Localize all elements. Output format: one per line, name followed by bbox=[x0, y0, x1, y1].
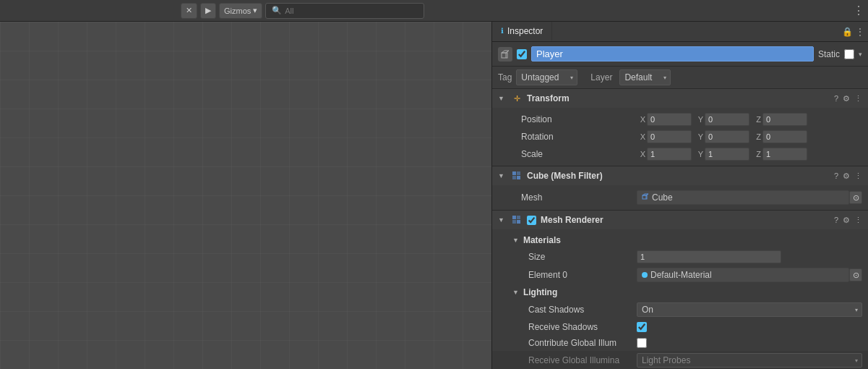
gameobject-name-input[interactable] bbox=[531, 46, 814, 62]
svg-rect-0 bbox=[502, 53, 507, 58]
tab-inspector[interactable]: ℹ Inspector bbox=[492, 22, 552, 41]
scale-label: Scale bbox=[521, 149, 637, 159]
lighting-section-header[interactable]: ▼ Lighting bbox=[492, 284, 868, 300]
mesh-filter-title: Cube (Mesh Filter) bbox=[527, 171, 830, 181]
mesh-filter-settings-icon[interactable]: ⚙ bbox=[843, 171, 850, 181]
svg-rect-15 bbox=[517, 220, 520, 224]
transform-help-icon[interactable]: ? bbox=[834, 94, 838, 103]
transform-collapse-icon: ▼ bbox=[498, 95, 507, 102]
play-button[interactable]: ▶ bbox=[200, 3, 216, 19]
scale-z-group: Z bbox=[752, 148, 807, 161]
receive-shadows-checkbox[interactable] bbox=[637, 322, 647, 332]
scene-more-icon[interactable]: ⋮ bbox=[853, 4, 864, 17]
search-input[interactable] bbox=[285, 7, 418, 15]
layer-dropdown[interactable]: Default bbox=[619, 69, 671, 85]
receive-shadows-label: Receive Shadows bbox=[528, 322, 637, 332]
more-icon[interactable]: ⋮ bbox=[856, 27, 864, 37]
mesh-renderer-collapse-icon: ▼ bbox=[498, 216, 507, 224]
tab-window-buttons: 🔒 ⋮ bbox=[842, 27, 864, 37]
rotation-x-group: X bbox=[637, 130, 692, 143]
cast-shadows-dropdown[interactable]: On Off Two Sided Shadows Only bbox=[637, 302, 862, 317]
gizmos-button[interactable]: Gizmos ▾ bbox=[219, 3, 262, 19]
cube-icon bbox=[500, 49, 510, 59]
mesh-renderer-help-icon[interactable]: ? bbox=[834, 216, 838, 224]
cast-shadows-row: Cast Shadows On Off Two Sided Shadows On… bbox=[492, 300, 868, 319]
mesh-renderer-enabled-checkbox[interactable] bbox=[527, 216, 536, 225]
scale-z-label: Z bbox=[752, 150, 761, 158]
main-area: ℹ Inspector 🔒 ⋮ bbox=[0, 22, 868, 369]
position-values: X Y Z bbox=[637, 113, 862, 126]
scale-z-input[interactable] bbox=[762, 148, 807, 161]
rotation-z-input[interactable] bbox=[762, 130, 807, 143]
rot-z-label: Z bbox=[752, 132, 761, 141]
mesh-filter-help-icon[interactable]: ? bbox=[834, 171, 838, 180]
element-field-row: Element 0 Default-Material ⊙ bbox=[492, 266, 868, 284]
mesh-filter-svg bbox=[512, 171, 522, 181]
lighting-title: Lighting bbox=[523, 287, 557, 297]
mesh-cube-icon bbox=[642, 193, 649, 200]
tag-dropdown[interactable]: Untagged bbox=[516, 69, 577, 85]
transform-actions: ? ⚙ ⋮ bbox=[834, 94, 862, 103]
mesh-label: Mesh bbox=[521, 192, 637, 203]
gameobject-header: Static ▾ bbox=[492, 42, 868, 67]
transform-settings-icon[interactable]: ⚙ bbox=[843, 94, 850, 103]
receive-gi-dropdown[interactable]: Light Probes Lightmaps bbox=[637, 353, 862, 368]
static-dropdown-arrow[interactable]: ▾ bbox=[859, 51, 862, 58]
transform-overflow-icon[interactable]: ⋮ bbox=[854, 94, 862, 103]
mesh-filter-overflow-icon[interactable]: ⋮ bbox=[854, 171, 862, 181]
mesh-value-display: Cube bbox=[637, 190, 849, 205]
cast-shadows-dropdown-wrapper[interactable]: On Off Two Sided Shadows Only ▾ bbox=[637, 302, 862, 317]
mesh-renderer-icon bbox=[511, 214, 523, 226]
rotation-y-group: Y bbox=[695, 130, 749, 143]
receive-gi-dropdown-wrapper[interactable]: Light Probes Lightmaps ▾ bbox=[637, 353, 862, 368]
cast-shadows-label: Cast Shadows bbox=[528, 305, 637, 315]
mesh-renderer-settings-icon[interactable]: ⚙ bbox=[843, 216, 850, 225]
static-checkbox[interactable] bbox=[844, 49, 854, 59]
position-x-input[interactable] bbox=[647, 113, 692, 126]
mesh-pick-button[interactable]: ⊙ bbox=[849, 191, 862, 204]
mesh-field-row: Mesh Cube bbox=[492, 188, 868, 207]
search-box[interactable]: 🔍 bbox=[265, 3, 424, 19]
element-pick-button[interactable]: ⊙ bbox=[849, 268, 862, 281]
lock-icon[interactable]: 🔒 bbox=[842, 27, 853, 37]
material-dot-icon bbox=[642, 272, 648, 278]
tag-dropdown-wrapper[interactable]: Untagged ▾ bbox=[516, 69, 577, 85]
mesh-renderer-header[interactable]: ▼ Mesh Renderer ? ⚙ ⋮ bbox=[492, 211, 868, 229]
materials-collapse-icon: ▼ bbox=[512, 237, 519, 244]
pos-z-label: Z bbox=[752, 115, 761, 124]
materials-title: Materials bbox=[523, 235, 561, 245]
svg-rect-14 bbox=[512, 220, 516, 224]
size-input[interactable] bbox=[637, 250, 781, 263]
transform-title: Transform bbox=[527, 93, 830, 103]
scale-x-group: X bbox=[637, 148, 692, 161]
tools-button[interactable]: ✕ bbox=[181, 3, 197, 19]
mesh-filter-body: Mesh Cube bbox=[492, 185, 868, 210]
transform-header[interactable]: ▼ ✛ Transform ? ⚙ ⋮ bbox=[492, 89, 868, 108]
rotation-z-group: Z bbox=[752, 130, 807, 143]
contribute-gi-checkbox[interactable] bbox=[637, 338, 647, 348]
scale-x-input[interactable] bbox=[647, 148, 692, 161]
inspector-content: Static ▾ Tag Untagged ▾ Layer Default bbox=[492, 42, 868, 369]
scene-panel bbox=[0, 22, 491, 369]
mesh-renderer-overflow-icon[interactable]: ⋮ bbox=[854, 216, 862, 225]
position-y-input[interactable] bbox=[705, 113, 749, 126]
layer-dropdown-wrapper[interactable]: Default ▾ bbox=[619, 69, 671, 85]
materials-header[interactable]: ▼ Materials bbox=[492, 232, 868, 248]
rotation-label: Rotation bbox=[521, 132, 637, 142]
mesh-filter-collapse-icon: ▼ bbox=[498, 172, 507, 179]
layer-label: Layer bbox=[590, 72, 612, 82]
gizmos-label: Gizmos bbox=[224, 7, 251, 15]
receive-gi-row: Receive Global Illumina Light Probes Lig… bbox=[492, 351, 868, 369]
rotation-y-input[interactable] bbox=[705, 130, 749, 143]
position-row: Position X Y Z bbox=[492, 111, 868, 128]
rotation-x-input[interactable] bbox=[647, 130, 692, 143]
gameobject-active-checkbox[interactable] bbox=[517, 49, 527, 59]
position-z-input[interactable] bbox=[762, 113, 807, 126]
scene-background bbox=[0, 22, 491, 369]
mesh-value-icon bbox=[642, 193, 649, 202]
scale-x-label: X bbox=[637, 150, 645, 158]
position-label: Position bbox=[521, 114, 637, 124]
svg-rect-7 bbox=[517, 176, 520, 179]
mesh-filter-header[interactable]: ▼ Cube (Mesh Filter) ? ⚙ ⋮ bbox=[492, 166, 868, 185]
scale-y-input[interactable] bbox=[705, 148, 749, 161]
